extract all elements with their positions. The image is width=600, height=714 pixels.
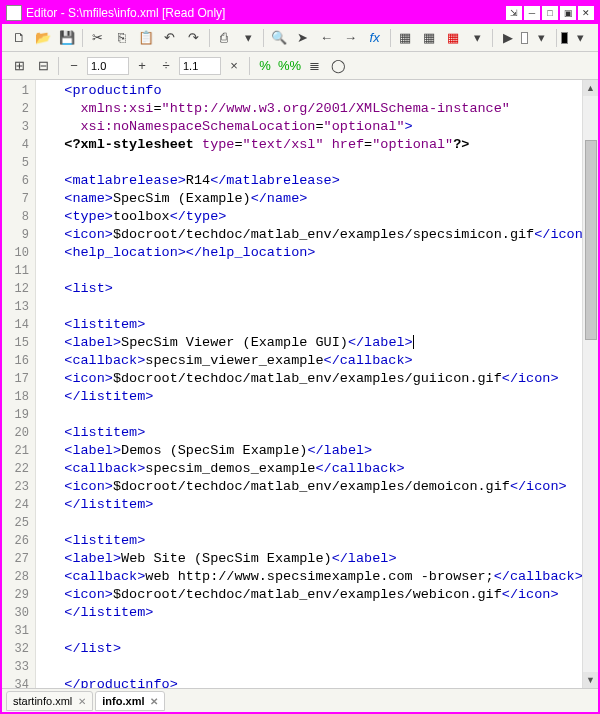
code-line[interactable]: <callback>specsim_viewer_example</callba… [40, 352, 578, 370]
cell-minus-button[interactable]: ⊟ [32, 55, 54, 77]
code-area[interactable]: <productinfo xmlns:xsi="http://www.w3.or… [36, 80, 582, 688]
code-line[interactable] [40, 406, 578, 424]
titlebar[interactable]: Editor - S:\mfiles\info.xml [Read Only] … [2, 2, 598, 24]
undo-button[interactable]: ↶ [159, 27, 181, 49]
tab-close-icon[interactable]: ✕ [150, 696, 158, 707]
code-line[interactable] [40, 658, 578, 676]
code-line[interactable]: <icon>$docroot/techdoc/matlab_env/exampl… [40, 370, 578, 388]
code-line[interactable]: </listitem> [40, 496, 578, 514]
paste-button[interactable]: 📋 [135, 27, 157, 49]
scroll-thumb[interactable] [585, 140, 597, 340]
cut-button[interactable]: ✂ [87, 27, 109, 49]
line-number: 1 [2, 82, 35, 100]
code-line[interactable]: <listitem> [40, 424, 578, 442]
dropdown-icon[interactable]: ▾ [530, 27, 552, 49]
code-line[interactable]: <help_location></help_location> [40, 244, 578, 262]
decrease-button[interactable]: − [63, 55, 85, 77]
divide-button[interactable]: ÷ [155, 55, 177, 77]
new-file-button[interactable]: 🗋 [8, 27, 30, 49]
dropdown-icon[interactable]: ▾ [466, 27, 488, 49]
code-line[interactable]: <name>SpecSim (Example)</name> [40, 190, 578, 208]
file-tab[interactable]: startinfo.xml✕ [6, 691, 93, 711]
cell-percent2-button[interactable]: %% [278, 55, 301, 77]
code-token: </icon> [510, 479, 567, 494]
copy-button[interactable]: ⎘ [111, 27, 133, 49]
dock-icon[interactable]: ⇲ [506, 6, 522, 20]
code-token: <name> [64, 191, 113, 206]
black-square-icon[interactable] [561, 32, 568, 44]
code-line[interactable]: xsi:noNamespaceSchemaLocation="optional"… [40, 118, 578, 136]
tab-close-icon[interactable]: ✕ [78, 696, 86, 707]
open-file-button[interactable]: 📂 [32, 27, 54, 49]
restore-icon[interactable]: ▣ [560, 6, 576, 20]
zoom2-input[interactable] [179, 57, 221, 75]
code-token: Demos (SpecSim Example) [121, 443, 307, 458]
code-token [40, 101, 81, 116]
back-button[interactable]: ← [316, 27, 338, 49]
code-token: web http://www.specsimexample.com -brows… [145, 569, 493, 584]
multiply-button[interactable]: × [223, 55, 245, 77]
code-line[interactable]: <label>SpecSim Viewer (Example GUI)</lab… [40, 334, 578, 352]
run-button[interactable]: ▶ [497, 27, 519, 49]
code-token [40, 227, 64, 242]
forward-button[interactable]: → [340, 27, 362, 49]
code-line[interactable]: <callback>web http://www.specsimexample.… [40, 568, 578, 586]
cell-plus-button[interactable]: ⊞ [8, 55, 30, 77]
close-icon[interactable]: ✕ [578, 6, 594, 20]
print-button[interactable]: ⎙ [213, 27, 235, 49]
minimize-icon[interactable]: ─ [524, 6, 540, 20]
scroll-up-icon[interactable]: ▲ [583, 80, 598, 96]
bp-clear-button[interactable]: ▦ [418, 27, 440, 49]
increase-button[interactable]: + [131, 55, 153, 77]
code-line[interactable]: <productinfo [40, 82, 578, 100]
code-line[interactable] [40, 154, 578, 172]
code-line[interactable]: <listitem> [40, 316, 578, 334]
code-token [40, 461, 64, 476]
code-line[interactable]: <label>Web Site (SpecSim Example)</label… [40, 550, 578, 568]
code-line[interactable]: <icon>$docroot/techdoc/matlab_env/exampl… [40, 478, 578, 496]
file-tab[interactable]: info.xml✕ [95, 691, 165, 711]
vertical-scrollbar[interactable]: ▲ ▼ [582, 80, 598, 688]
code-line[interactable]: <label>Demos (SpecSim Example)</label> [40, 442, 578, 460]
code-line[interactable] [40, 262, 578, 280]
zoom1-input[interactable] [87, 57, 129, 75]
function-button[interactable]: fx [364, 27, 386, 49]
code-token [40, 191, 64, 206]
code-line[interactable]: <type>toolbox</type> [40, 208, 578, 226]
white-square-icon[interactable] [521, 32, 528, 44]
code-line[interactable]: <icon>$docroot/techdoc/matlab_env/exampl… [40, 226, 578, 244]
code-token: </label> [307, 443, 372, 458]
separator [58, 57, 59, 75]
code-line[interactable]: </productinfo> [40, 676, 578, 688]
bp-set-button[interactable]: ▦ [394, 27, 416, 49]
save-button[interactable]: 💾 [56, 27, 78, 49]
dropdown-icon[interactable]: ▾ [237, 27, 259, 49]
code-line[interactable]: </list> [40, 640, 578, 658]
code-token: specsim_viewer_example [145, 353, 323, 368]
scroll-down-icon[interactable]: ▼ [583, 672, 598, 688]
code-token [40, 119, 81, 134]
code-line[interactable] [40, 298, 578, 316]
goto-button[interactable]: ➤ [292, 27, 314, 49]
cell-highlight-button[interactable]: ◯ [327, 55, 349, 77]
dropdown-icon[interactable]: ▾ [570, 27, 592, 49]
cell-stack-button[interactable]: ≣ [303, 55, 325, 77]
maximize-icon[interactable]: □ [542, 6, 558, 20]
code-line[interactable]: <icon>$docroot/techdoc/matlab_env/exampl… [40, 586, 578, 604]
line-number: 29 [2, 586, 35, 604]
cell-percent-button[interactable]: % [254, 55, 276, 77]
code-line[interactable]: <?xml-stylesheet type="text/xsl" href="o… [40, 136, 578, 154]
code-line[interactable]: </listitem> [40, 604, 578, 622]
bp-stop-button[interactable]: ▦ [442, 27, 464, 49]
code-line[interactable] [40, 514, 578, 532]
redo-button[interactable]: ↷ [183, 27, 205, 49]
code-line[interactable]: <callback>specsim_demos_example</callbac… [40, 460, 578, 478]
code-line[interactable]: <list> [40, 280, 578, 298]
find-button[interactable]: 🔍 [268, 27, 290, 49]
code-line[interactable]: </listitem> [40, 388, 578, 406]
code-line[interactable]: <listitem> [40, 532, 578, 550]
code-line[interactable] [40, 622, 578, 640]
code-line[interactable]: <matlabrelease>R14</matlabrelease> [40, 172, 578, 190]
code-token: $docroot/techdoc/matlab_env/examples/dem… [113, 479, 510, 494]
code-line[interactable]: xmlns:xsi="http://www.w3.org/2001/XMLSch… [40, 100, 578, 118]
